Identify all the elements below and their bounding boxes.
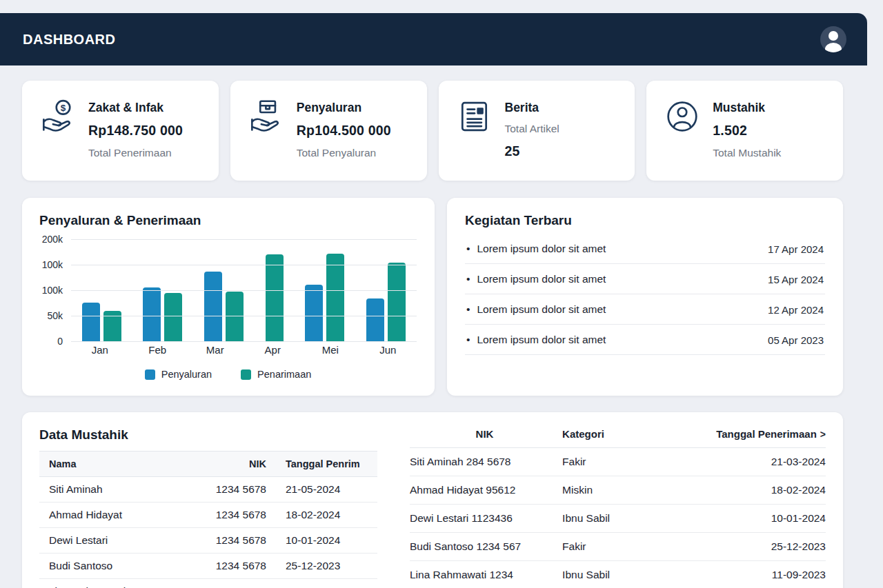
y-tick-label: 100k xyxy=(42,285,63,296)
table-cell: 18-02-2024 xyxy=(276,503,377,528)
table-cell: Dewi Lestari xyxy=(39,528,188,554)
hand-box-icon xyxy=(249,98,285,181)
mustahik-table: Nama NIK Tanggal Penrim Siti Aminah1234 … xyxy=(39,451,377,588)
column-header-nik: NIK xyxy=(410,422,559,448)
table-row: Dewi Lestari1234 567810-01-2024 xyxy=(39,528,377,554)
stat-card-zakat: $ Zakat & Infak Rp148.750 000 Total Pene… xyxy=(22,81,219,181)
table-row: Budi Santoso 1234 567Fakir25-12-2023 xyxy=(410,533,826,561)
stat-card-mustahik: Mustahik 1.502 Total Mustahik xyxy=(646,81,843,181)
table-cell: Ibnu Sabil xyxy=(559,505,684,533)
newspaper-icon xyxy=(457,98,493,181)
table-cell: 10-01-2024 xyxy=(684,505,826,533)
page-title: DASHBOARD xyxy=(23,32,116,48)
data-card: Data Mustahik Nama NIK Tanggal Penrim Si… xyxy=(22,412,843,588)
legend-swatch xyxy=(241,369,251,380)
table-cell: Siti Aminah xyxy=(39,477,188,503)
table-row: Dewi Lestari 1123436Ibnu Sabil10-01-2024 xyxy=(410,505,826,533)
table-cell: Budi Santoso xyxy=(39,554,188,579)
stat-value: 25 xyxy=(505,143,559,159)
stat-value: 1.502 xyxy=(713,123,781,139)
table-cell: Siti Aminah 284 5678 xyxy=(410,448,559,476)
activity-date: 15 Apr 2024 xyxy=(768,274,824,285)
activity-text: Lorem ipsum dolor sit amet xyxy=(466,334,606,346)
penerimaan-table: NIK Kategori Tanggal Penerimaan> Siti Am… xyxy=(410,422,826,588)
activity-text: Lorem ipsum dolor sit amet xyxy=(466,243,606,255)
table-cell: 1234 5678 xyxy=(188,554,276,579)
user-circle-icon xyxy=(665,98,701,181)
stat-card-penyaluran: Penyaluran Rp104.500 000 Total Penyalura… xyxy=(230,81,427,181)
middle-row: Penyaluran & Penerimaan 200k100k100k50k0… xyxy=(22,198,843,396)
activity-title: Kegiatan Terbaru xyxy=(465,213,825,228)
table-row: Ahmad Hidayat 95612Miskin18-02-2024 xyxy=(410,476,826,505)
column-header-nik: NIK xyxy=(188,452,276,477)
y-tick-label: 0 xyxy=(57,336,63,347)
stat-subtitle: Total Penyaluran xyxy=(297,147,391,159)
table-cell: Fakir xyxy=(559,448,684,476)
y-tick-label: 50k xyxy=(47,310,63,321)
legend-label: Penyaluran xyxy=(161,369,212,380)
y-tick-label: 100k xyxy=(42,259,63,270)
table-row: Lina Rahmawati1234 567811-07-2023 xyxy=(39,579,377,588)
table-cell: 21-05-2024 xyxy=(276,477,377,503)
activity-date: 12 Apr 2024 xyxy=(768,304,824,316)
table-cell: 25-12-2023 xyxy=(276,554,377,579)
x-tick-label: Mei xyxy=(310,344,351,356)
table-cell: 1234 5678 xyxy=(188,579,276,588)
table-cell: 1234 5678 xyxy=(188,503,276,528)
bar-penyaluran-jan xyxy=(82,303,100,341)
column-header-tanggal-sort[interactable]: Tanggal Penerimaan> xyxy=(684,422,826,448)
hand-coin-icon: $ xyxy=(41,98,77,181)
table-cell: 18-02-2024 xyxy=(684,476,826,505)
column-header-kategori: Kategori xyxy=(559,422,684,448)
bar-penyaluran-jun xyxy=(366,298,384,341)
table-row: Ahmad Hidayat1234 567818-02-2024 xyxy=(39,503,377,528)
bar-penarimaan-jun xyxy=(388,263,406,341)
table-cell: 11-07-2023 xyxy=(276,579,377,588)
chart-card: Penyaluran & Penerimaan 200k100k100k50k0… xyxy=(22,198,435,396)
stat-value: Rp148.750 000 xyxy=(88,123,183,139)
dashboard-content: $ Zakat & Infak Rp148.750 000 Total Pene… xyxy=(22,81,843,588)
bar-penarimaan-mei xyxy=(326,254,344,341)
penerimaan-table-block: NIK Kategori Tanggal Penerimaan> Siti Am… xyxy=(410,422,826,588)
chart-plot xyxy=(71,239,417,341)
gridline xyxy=(71,341,417,342)
table-row: Siti Aminah1234 567821-05-2024 xyxy=(39,477,377,503)
legend-item: Penarimaan xyxy=(241,369,311,380)
table-cell: Ahmad Hidayat 95612 xyxy=(410,476,559,505)
legend-label: Penarimaan xyxy=(257,369,311,380)
x-tick-label: Jun xyxy=(367,344,408,356)
chart-legend: PenyaluranPenarimaan xyxy=(39,369,417,380)
x-tick-label: Mar xyxy=(195,344,236,356)
activity-card: Kegiatan Terbaru Lorem ipsum dolor sit a… xyxy=(447,198,843,396)
table-cell: 10-01-2024 xyxy=(276,528,377,554)
chart-title: Penyaluran & Penerimaan xyxy=(39,213,417,228)
activity-text: Lorem ipsum dolor sit amet xyxy=(466,273,606,285)
gridline xyxy=(71,239,417,240)
bar-penarimaan-feb xyxy=(164,293,182,341)
table-cell: Dewi Lestari 1123436 xyxy=(410,505,559,533)
table-cell: Budi Santoso 1234 567 xyxy=(410,533,559,561)
stat-subtitle: Total Penerimaan xyxy=(88,147,183,159)
mustahik-table-block: Data Mustahik Nama NIK Tanggal Penrim Si… xyxy=(39,422,377,588)
table-title: Data Mustahik xyxy=(39,427,377,443)
table-cell: Lina Rahmawati 1234 xyxy=(410,561,559,588)
bar-penarimaan-mar xyxy=(226,292,244,341)
user-avatar-button[interactable] xyxy=(820,26,846,52)
bar-penyaluran-mar xyxy=(204,272,222,341)
y-axis: 200k100k100k50k0 xyxy=(39,239,66,341)
x-tick-label: Jan xyxy=(79,344,121,356)
table-cell: Lina Rahmawati xyxy=(39,579,188,588)
stat-title: Penyaluran xyxy=(297,98,391,115)
activity-list: Lorem ipsum dolor sit amet17 Apr 2024Lor… xyxy=(465,234,825,355)
stat-title: Berita xyxy=(505,98,559,115)
stat-subtitle: Total Mustahik xyxy=(713,147,781,159)
table-cell: Fakir xyxy=(559,533,684,561)
table-cell: 21-03-2024 xyxy=(684,448,826,476)
column-header-nama: Nama xyxy=(39,452,188,477)
stat-value: Rp104.500 000 xyxy=(297,123,391,139)
activity-text: Lorem ipsum dolor sit amet xyxy=(466,303,606,316)
app-header: DASHBOARD xyxy=(0,13,867,65)
x-axis: JanFebMarAprMeiJun xyxy=(71,344,417,356)
stats-row: $ Zakat & Infak Rp148.750 000 Total Pene… xyxy=(22,81,843,181)
x-tick-label: Feb xyxy=(137,344,178,356)
